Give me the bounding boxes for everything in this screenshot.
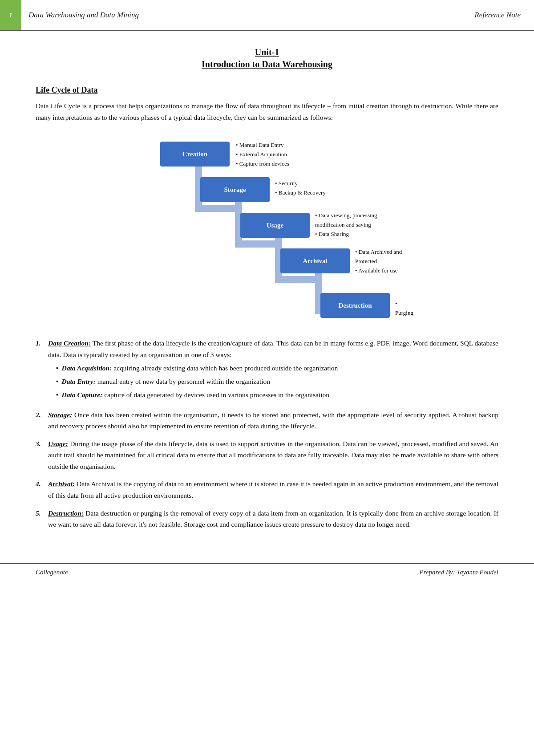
stage-creation-label: Creation	[182, 150, 207, 158]
item-5-rest: Data destruction or purging is the remov…	[48, 509, 498, 528]
item-4-content: Archival: Data Archival is the copying o…	[48, 478, 498, 501]
item-4-rest: Data Archival is the copying of data to …	[48, 480, 498, 499]
bullet-1-1: Data Acquisition: acquiring already exis…	[56, 363, 498, 374]
diagram-inner: Creation • Manual Data Entry • External …	[129, 133, 405, 324]
stage-storage-label: Storage	[224, 186, 246, 194]
item-4-num: 4.	[36, 478, 48, 501]
stage-archival-notes: • Data Archived and Protected • Availabl…	[355, 248, 405, 275]
stage-archival-box: Archival	[280, 248, 350, 273]
stage-storage-notes: • Security • Backup & Recovery	[275, 179, 326, 198]
main-content: Unit-1 Introduction to Data Warehousing …	[0, 31, 534, 554]
unit-title: Unit-1 Introduction to Data Warehousing	[36, 47, 498, 69]
page: 1 Data Warehousing and Data Mining Refer…	[0, 0, 534, 756]
unit-line1: Unit-1	[36, 47, 498, 57]
stage-usage-box: Usage	[240, 213, 310, 238]
stage-destruction-box: Destruction	[320, 293, 390, 318]
list-item-1: 1. Data Creation: The first phase of the…	[36, 337, 498, 403]
header-title: Data Warehousing and Data Mining	[21, 0, 461, 30]
stage-usage-notes: • Data viewing, processing, modification…	[315, 211, 405, 239]
item-2-term: Storage:	[48, 411, 72, 419]
item-2-rest: Once data has been created within the or…	[48, 411, 498, 430]
item-3-rest: During the usage phase of the data lifec…	[48, 440, 498, 470]
item-5-term: Destruction:	[48, 509, 84, 517]
item-1-bullets: Data Acquisition: acquiring already exis…	[48, 363, 498, 400]
numbered-list: 1. Data Creation: The first phase of the…	[36, 337, 498, 530]
item-2-num: 2.	[36, 409, 48, 432]
lifecycle-diagram: Creation • Manual Data Entry • External …	[36, 133, 498, 324]
stage-destruction-label: Destruction	[339, 302, 372, 309]
item-1-term: Data Creation:	[48, 339, 91, 347]
header: 1 Data Warehousing and Data Mining Refer…	[0, 0, 534, 31]
item-1-num: 1.	[36, 337, 48, 403]
stage-archival-label: Archival	[303, 257, 328, 265]
item-5-num: 5.	[36, 508, 48, 530]
list-item-3: 3. Usage: During the usage phase of the …	[36, 438, 498, 472]
item-1-content: Data Creation: The first phase of the da…	[48, 337, 498, 403]
footer-right: Prepared By: Jayanta Poudel	[419, 569, 498, 576]
list-item-2: 2. Storage: Once data has been created w…	[36, 409, 498, 432]
item-3-term: Usage:	[48, 440, 68, 447]
section-title: Life Cycle of Data	[36, 85, 498, 95]
stage-storage-box: Storage	[200, 177, 270, 202]
item-3-content: Usage: During the usage phase of the dat…	[48, 438, 498, 472]
list-item-4: 4. Archival: Data Archival is the copyin…	[36, 478, 498, 501]
item-4-term: Archival:	[48, 480, 75, 488]
footer: Collegenote Prepared By: Jayanta Poudel	[0, 563, 534, 581]
intro-paragraph: Data Life Cycle is a process that helps …	[36, 100, 498, 123]
item-2-content: Storage: Once data has been created with…	[48, 409, 498, 432]
item-5-content: Destruction: Data destruction or purging…	[48, 508, 498, 530]
page-number: 1	[0, 0, 21, 30]
bullet-1-2: Data Entry: manual entry of new data by …	[56, 376, 498, 387]
header-reference: Reference Note	[461, 0, 534, 30]
unit-line2: Introduction to Data Warehousing	[36, 59, 498, 69]
stage-creation-notes: • Manual Data Entry • External Acquisiti…	[236, 141, 289, 168]
item-1-rest: The first phase of the data lifecycle is…	[48, 339, 498, 358]
item-3-num: 3.	[36, 438, 48, 472]
stage-creation-box: Creation	[160, 142, 230, 167]
bullet-1-3: Data Capture: capture of data generated …	[56, 390, 498, 401]
footer-left: Collegenote	[36, 569, 68, 576]
stage-destruction-notes: • Purging	[395, 299, 413, 318]
stage-usage-label: Usage	[267, 222, 283, 229]
list-item-5: 5. Destruction: Data destruction or purg…	[36, 508, 498, 530]
